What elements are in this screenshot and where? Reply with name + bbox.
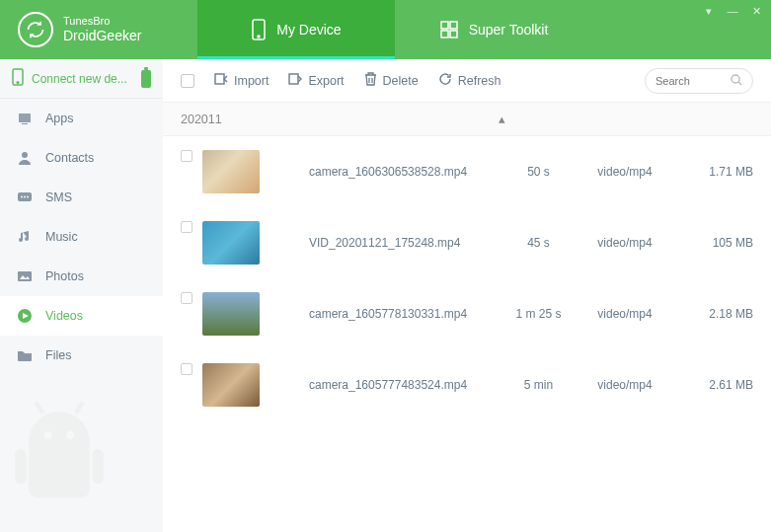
sidebar-item-sms[interactable]: SMS	[0, 178, 163, 217]
group-name: 202011	[181, 113, 222, 126]
close-icon[interactable]: ✕	[749, 4, 763, 18]
app-title: TunesBro DroidGeeker	[63, 15, 141, 44]
svg-rect-21	[15, 449, 26, 484]
sidebar-item-apps[interactable]: Apps	[0, 99, 163, 138]
file-size: 105 MB	[674, 236, 753, 250]
sidebar-item-files[interactable]: Files	[0, 336, 163, 375]
sidebar-item-photos[interactable]: Photos	[0, 257, 163, 296]
nav-label: Music	[45, 230, 78, 244]
tab-label: My Device	[276, 22, 341, 38]
svg-rect-26	[289, 74, 298, 84]
search-icon	[731, 72, 742, 90]
mime-type: video/mp4	[576, 378, 674, 392]
videos-icon	[16, 308, 34, 324]
settings-icon[interactable]: ▾	[702, 4, 716, 18]
window-controls: ▾ — ✕	[702, 4, 763, 18]
sidebar-item-contacts[interactable]: Contacts	[0, 138, 163, 178]
svg-point-27	[732, 75, 739, 83]
contacts-icon	[16, 150, 34, 166]
delete-button[interactable]: Delete	[364, 72, 419, 89]
duration: 45 s	[501, 236, 576, 250]
filename: camera_1605777483524.mp4	[309, 378, 501, 392]
svg-rect-3	[450, 22, 457, 29]
app-header: TunesBro DroidGeeker My Device Super Too…	[0, 0, 771, 59]
svg-rect-2	[441, 22, 448, 29]
sidebar-item-music[interactable]: Music	[0, 217, 163, 257]
duration: 1 m 25 s	[501, 307, 576, 321]
sidebar: Connect new de... Apps Contacts SMS Musi…	[0, 59, 163, 532]
select-all-checkbox[interactable]	[181, 74, 194, 88]
svg-point-7	[17, 82, 19, 84]
svg-rect-4	[441, 31, 448, 38]
refresh-icon	[438, 72, 452, 89]
nav-label: Contacts	[45, 151, 94, 165]
list-item[interactable]: camera_1605778130331.mp4 1 m 25 s video/…	[163, 278, 771, 349]
tab-super-toolkit[interactable]: Super Toolkit	[395, 0, 592, 59]
sidebar-item-videos[interactable]: Videos	[0, 296, 163, 336]
file-size: 2.18 MB	[674, 307, 753, 321]
svg-rect-22	[93, 449, 104, 484]
group-header[interactable]: 202011 ▴	[163, 103, 771, 136]
btn-label: Import	[234, 74, 269, 88]
video-thumbnail[interactable]	[202, 292, 260, 336]
export-button[interactable]: Export	[288, 72, 344, 89]
svg-point-1	[258, 36, 260, 38]
video-thumbnail[interactable]	[202, 150, 260, 193]
mime-type: video/mp4	[576, 236, 674, 250]
svg-line-24	[76, 402, 83, 413]
duration: 50 s	[501, 165, 576, 179]
svg-point-12	[27, 196, 29, 198]
minimize-icon[interactable]: —	[726, 4, 739, 18]
row-checkbox[interactable]	[181, 292, 193, 304]
export-icon	[288, 72, 302, 89]
connect-label: Connect new de...	[32, 72, 127, 86]
row-checkbox[interactable]	[181, 221, 193, 233]
filename: camera_1606306538528.mp4	[309, 165, 501, 179]
import-button[interactable]: Import	[214, 72, 269, 89]
battery-icon	[141, 70, 151, 88]
svg-point-19	[44, 431, 52, 439]
photos-icon	[16, 268, 34, 284]
import-icon	[214, 72, 228, 89]
nav-label: Photos	[45, 269, 84, 283]
app-logo-icon	[18, 12, 53, 47]
svg-point-11	[24, 196, 26, 198]
tab-label: Super Toolkit	[469, 22, 549, 38]
video-thumbnail[interactable]	[202, 363, 260, 407]
search-input[interactable]	[655, 75, 725, 87]
file-size: 1.71 MB	[674, 165, 753, 179]
refresh-button[interactable]: Refresh	[438, 72, 501, 89]
filename: camera_1605778130331.mp4	[309, 307, 501, 321]
btn-label: Refresh	[458, 74, 501, 88]
list-item[interactable]: VID_20201121_175248.mp4 45 s video/mp4 1…	[163, 207, 771, 278]
nav-label: SMS	[45, 190, 72, 204]
btn-label: Delete	[383, 74, 419, 88]
svg-point-20	[66, 431, 74, 439]
svg-line-23	[36, 402, 42, 413]
trash-icon	[364, 72, 377, 89]
svg-line-28	[738, 82, 741, 85]
duration: 5 min	[501, 378, 576, 392]
phone-icon	[12, 68, 24, 89]
connect-device-bar[interactable]: Connect new de...	[0, 59, 163, 99]
list-item[interactable]: camera_1606306538528.mp4 50 s video/mp4 …	[163, 136, 771, 207]
phone-icon	[251, 18, 267, 41]
svg-rect-5	[450, 31, 457, 38]
mime-type: video/mp4	[576, 165, 674, 179]
row-checkbox[interactable]	[181, 363, 193, 375]
nav-label: Files	[45, 348, 71, 362]
sort-arrow-icon: ▴	[499, 112, 505, 126]
svg-rect-18	[29, 442, 90, 497]
mime-type: video/mp4	[576, 307, 674, 321]
tab-my-device[interactable]: My Device	[197, 0, 395, 59]
row-checkbox[interactable]	[181, 150, 193, 162]
list-item[interactable]: camera_1605777483524.mp4 5 min video/mp4…	[163, 349, 771, 420]
toolbar: Import Export Delete Refresh	[163, 59, 771, 103]
svg-point-8	[22, 152, 28, 158]
search-box[interactable]	[645, 68, 753, 94]
video-thumbnail[interactable]	[202, 221, 260, 265]
apps-icon	[16, 111, 34, 126]
nav-label: Apps	[45, 112, 74, 125]
logo-area: TunesBro DroidGeeker	[0, 0, 197, 59]
svg-rect-13	[18, 271, 32, 281]
